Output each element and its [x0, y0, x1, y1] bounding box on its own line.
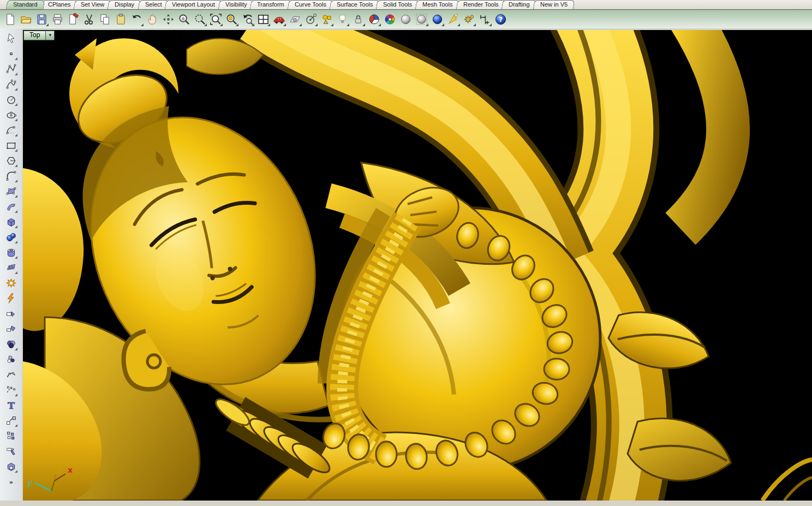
select-pointer-button[interactable] [4, 32, 17, 45]
color-wheel-button[interactable] [383, 12, 397, 26]
flyout-arrow [15, 73, 17, 75]
tab-display[interactable]: Display [108, 0, 142, 9]
ellipse-button[interactable] [4, 109, 17, 121]
open-folder-icon [20, 13, 32, 26]
surface-points-button[interactable] [4, 185, 17, 198]
arc-button[interactable] [4, 124, 17, 136]
tab-curve-tools[interactable]: Curve Tools [288, 0, 334, 9]
viewport-menu-dropdown[interactable]: ▼ [46, 31, 55, 40]
tab-label: Standard [13, 1, 38, 9]
rebuild-button[interactable] [4, 384, 17, 396]
selection-filter-button[interactable] [319, 12, 333, 26]
undo-button[interactable] [129, 12, 144, 26]
curve-button[interactable] [4, 78, 17, 91]
rectangle-button[interactable] [4, 139, 17, 152]
flyout-arrow [46, 23, 49, 26]
cone-button[interactable] [446, 12, 460, 26]
shaded-selected-button[interactable] [414, 12, 428, 26]
new-file-button[interactable] [3, 12, 17, 26]
cylinder-button[interactable] [4, 246, 17, 259]
tab-new-in-v5[interactable]: New in V5 [533, 0, 575, 9]
text-button[interactable] [4, 399, 17, 412]
print-button[interactable] [50, 12, 64, 26]
open-file-button[interactable] [19, 12, 33, 26]
car-button[interactable] [272, 12, 286, 26]
flyout-arrow [15, 424, 17, 427]
flyout-arrow [378, 23, 381, 26]
tab-label: Transform [257, 1, 284, 9]
edit-curve-icon [5, 369, 17, 380]
paste-button[interactable] [114, 12, 128, 26]
edit-curve-button[interactable] [4, 368, 17, 381]
tab-cplanes[interactable]: CPlanes [40, 0, 77, 9]
tab-select[interactable]: Select [138, 0, 169, 9]
tab-solid-tools[interactable]: Solid Tools [376, 0, 420, 9]
dimension-button[interactable] [477, 12, 492, 26]
zoom-dynamic-button[interactable] [177, 12, 191, 26]
rotate-view-button[interactable] [161, 12, 175, 26]
undo-view-button[interactable] [240, 12, 254, 26]
viewport-title[interactable]: Top [23, 31, 46, 40]
tab-surface-tools[interactable]: Surface Tools [330, 0, 380, 9]
layer-pie-button[interactable] [367, 12, 381, 26]
rendered-view-button[interactable] [430, 12, 444, 26]
flyout-arrow [473, 23, 476, 26]
printer-icon [51, 13, 64, 26]
mesh-button[interactable] [4, 261, 17, 274]
zoom-window-button[interactable] [193, 12, 207, 26]
tab-visibility[interactable]: Visibility [218, 0, 254, 9]
hand-icon [146, 13, 159, 26]
top-viewport[interactable]: y z x Top ▼ [23, 28, 812, 501]
tab-render-tools[interactable]: Render Tools [456, 0, 505, 9]
split-button[interactable] [4, 323, 17, 335]
match-properties-button[interactable] [4, 445, 17, 457]
tab-set-view[interactable]: Set View [74, 0, 112, 9]
block-button[interactable] [4, 460, 17, 473]
lightning-button[interactable] [4, 292, 17, 305]
copy-button[interactable] [98, 12, 112, 26]
options-button[interactable] [462, 12, 476, 26]
tab-drafting[interactable]: Drafting [501, 0, 537, 9]
tab-viewport-layout[interactable]: Viewport Layout [165, 0, 222, 9]
hide-objects-button[interactable] [335, 12, 349, 26]
trim-icon [5, 308, 17, 319]
fillet-corner-button[interactable] [4, 170, 17, 182]
shaded-view-button[interactable] [398, 12, 413, 26]
clean-document-button[interactable] [66, 12, 80, 26]
cut-button[interactable] [82, 12, 96, 26]
box-button[interactable] [4, 216, 17, 228]
flyout-arrow [15, 180, 17, 182]
cplane-origin-button[interactable] [303, 12, 318, 26]
tab-transform[interactable]: Transform [250, 0, 291, 9]
point-button[interactable] [4, 47, 17, 60]
lock-objects-button[interactable] [351, 12, 365, 26]
circle-button[interactable] [4, 93, 17, 106]
clipboard-icon [115, 13, 127, 26]
flyout-arrow [15, 103, 17, 106]
standard-toolbar [0, 10, 812, 28]
zoom-selected-button[interactable] [224, 12, 238, 26]
group-button[interactable] [4, 353, 17, 366]
move-button[interactable] [4, 414, 17, 427]
curve-boolean-button[interactable] [4, 338, 17, 350]
cplane-button[interactable] [288, 12, 302, 26]
tab-label: Curve Tools [295, 1, 326, 9]
tab-mesh-tools[interactable]: Mesh Tools [415, 0, 460, 9]
zoom-extents-button[interactable] [208, 12, 223, 26]
sphere-button[interactable] [4, 231, 17, 243]
sweep-button[interactable] [4, 200, 17, 213]
viewport-layout-button[interactable] [256, 12, 270, 26]
trim-button[interactable] [4, 307, 17, 320]
copy-objects-button[interactable] [4, 430, 17, 442]
color-wheel-icon [384, 13, 396, 26]
polygon-button[interactable] [4, 154, 17, 167]
tab-label: Mesh Tools [422, 1, 452, 9]
star-burst-icon [5, 277, 17, 289]
help-button[interactable] [493, 12, 507, 26]
pan-button[interactable] [145, 12, 159, 26]
explode-button[interactable] [4, 277, 17, 289]
polyline-button[interactable] [4, 63, 17, 75]
more-tools-button[interactable] [4, 475, 17, 488]
save-button[interactable] [34, 12, 49, 26]
tab-standard[interactable]: Standard [6, 0, 45, 9]
